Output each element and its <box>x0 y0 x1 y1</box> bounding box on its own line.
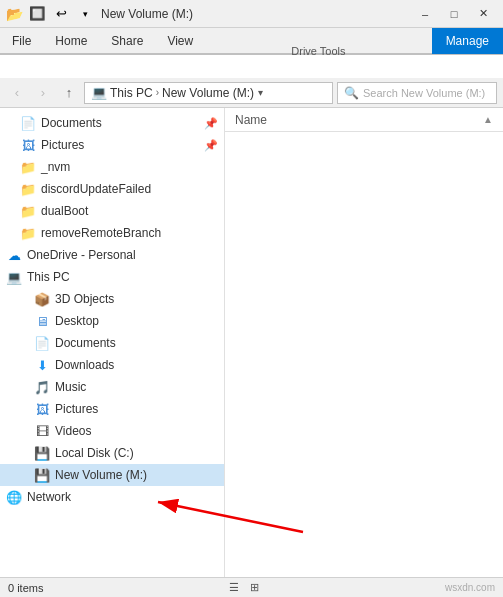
sidebar-item-desktop[interactable]: 🖥 Desktop <box>0 310 224 332</box>
3dobjects-icon: 📦 <box>34 291 50 307</box>
content-header: Name ▲ <box>225 108 503 132</box>
breadcrumb-thispc: This PC <box>110 86 153 100</box>
sidebar-item-music[interactable]: 🎵 Music <box>0 376 224 398</box>
sidebar-item-discord[interactable]: 📁 discordUpdateFailed <box>0 178 224 200</box>
thispc-icon: 💻 <box>6 269 22 285</box>
removebranch-icon: 📁 <box>20 225 36 241</box>
breadcrumb-separator: › <box>156 87 159 98</box>
pin-icon-2: 📌 <box>204 139 218 152</box>
videos-icon: 🎞 <box>34 423 50 439</box>
sidebar-label-onedrive: OneDrive - Personal <box>27 248 136 262</box>
sidebar-item-documents2[interactable]: 📄 Documents <box>0 332 224 354</box>
dualboot-icon: 📁 <box>20 203 36 219</box>
sidebar-label-network: Network <box>27 490 71 504</box>
column-name: Name <box>235 113 267 127</box>
sidebar: 📄 Documents 📌 🖼 Pictures 📌 📁 _nvm 📁 disc… <box>0 108 225 577</box>
pictures-pinned-icon: 🖼 <box>20 137 36 153</box>
window-title: New Volume (M:) <box>101 7 411 21</box>
documents2-icon: 📄 <box>34 335 50 351</box>
sidebar-label-nvm: _nvm <box>41 160 70 174</box>
qat-minimize[interactable]: 🔲 <box>27 4 47 24</box>
drive-tools-group-label: Drive Tools <box>291 45 345 57</box>
maximize-button[interactable]: □ <box>440 4 468 24</box>
sidebar-label-dualboot: dualBoot <box>41 204 88 218</box>
tab-view[interactable]: View <box>155 30 205 52</box>
music-icon: 🎵 <box>34 379 50 395</box>
close-button[interactable]: ✕ <box>469 4 497 24</box>
back-button[interactable]: ‹ <box>6 82 28 104</box>
pin-icon: 📌 <box>204 117 218 130</box>
onedrive-icon: ☁ <box>6 247 22 263</box>
sidebar-label-discord: discordUpdateFailed <box>41 182 151 196</box>
sidebar-label-documents2: Documents <box>55 336 116 350</box>
status-view-controls: ☰ ⊞ <box>226 580 262 596</box>
sidebar-label-pictures2: Pictures <box>55 402 98 416</box>
sidebar-item-localdisk[interactable]: 💾 Local Disk (C:) <box>0 442 224 464</box>
sidebar-item-pictures-pinned[interactable]: 🖼 Pictures 📌 <box>0 134 224 156</box>
sidebar-item-onedrive[interactable]: ☁ OneDrive - Personal <box>0 244 224 266</box>
sidebar-item-newvolume[interactable]: 💾 New Volume (M:) <box>0 464 224 486</box>
sidebar-label-desktop: Desktop <box>55 314 99 328</box>
ribbon-content <box>0 54 503 78</box>
qat-dropdown[interactable]: ▾ <box>75 4 95 24</box>
sidebar-item-documents-pinned[interactable]: 📄 Documents 📌 <box>0 112 224 134</box>
ribbon-tabs-row: File Home Share View Drive Tools Manage <box>0 28 503 54</box>
quick-access-toolbar: 🔲 ↩ ▾ <box>27 4 95 24</box>
sidebar-item-thispc[interactable]: 💻 This PC <box>0 266 224 288</box>
downloads-icon: ⬇ <box>34 357 50 373</box>
sidebar-item-downloads[interactable]: ⬇ Downloads <box>0 354 224 376</box>
newvolume-icon: 💾 <box>34 467 50 483</box>
sidebar-label-newvolume: New Volume (M:) <box>55 468 147 482</box>
up-button[interactable]: ↑ <box>58 82 80 104</box>
sidebar-item-dualboot[interactable]: 📁 dualBoot <box>0 200 224 222</box>
nvm-icon: 📁 <box>20 159 36 175</box>
breadcrumb-bar[interactable]: 💻 This PC › New Volume (M:) ▾ <box>84 82 333 104</box>
search-icon: 🔍 <box>344 86 359 100</box>
address-bar: ‹ › ↑ 💻 This PC › New Volume (M:) ▾ 🔍 Se… <box>0 78 503 108</box>
sidebar-label-pictures-pinned: Pictures <box>41 138 84 152</box>
title-bar: 📂 🔲 ↩ ▾ New Volume (M:) – □ ✕ <box>0 0 503 28</box>
search-placeholder: Search New Volume (M:) <box>363 87 485 99</box>
tab-share[interactable]: Share <box>99 30 155 52</box>
manage-tab[interactable]: Manage <box>432 28 503 54</box>
watermark: wsxdn.com <box>445 582 495 593</box>
items-count: 0 items <box>8 582 43 594</box>
sort-chevron-icon: ▲ <box>483 114 493 125</box>
minimize-button[interactable]: – <box>411 4 439 24</box>
desktop-icon: 🖥 <box>34 313 50 329</box>
forward-button[interactable]: › <box>32 82 54 104</box>
sidebar-label-music: Music <box>55 380 86 394</box>
tab-file[interactable]: File <box>0 30 43 52</box>
status-bar: 0 items ☰ ⊞ wsxdn.com <box>0 577 503 597</box>
sidebar-item-pictures2[interactable]: 🖼 Pictures <box>0 398 224 420</box>
sidebar-label-documents-pinned: Documents <box>41 116 102 130</box>
sidebar-item-3dobjects[interactable]: 📦 3D Objects <box>0 288 224 310</box>
sidebar-item-nvm[interactable]: 📁 _nvm <box>0 156 224 178</box>
sidebar-label-videos: Videos <box>55 424 91 438</box>
qat-undo[interactable]: ↩ <box>51 4 71 24</box>
breadcrumb-pc-icon: 💻 <box>91 85 107 100</box>
sidebar-label-downloads: Downloads <box>55 358 114 372</box>
breadcrumb-volume: New Volume (M:) <box>162 86 254 100</box>
breadcrumb-dropdown-icon[interactable]: ▾ <box>258 87 263 98</box>
sidebar-item-removebranch[interactable]: 📁 removeRemoteBranch <box>0 222 224 244</box>
main-area: 📄 Documents 📌 🖼 Pictures 📌 📁 _nvm 📁 disc… <box>0 108 503 577</box>
window-icon: 📂 <box>6 6 23 22</box>
discord-icon: 📁 <box>20 181 36 197</box>
title-bar-controls: – □ ✕ <box>411 4 497 24</box>
documents-pinned-icon: 📄 <box>20 115 36 131</box>
localdisk-icon: 💾 <box>34 445 50 461</box>
pictures2-icon: 🖼 <box>34 401 50 417</box>
content-area: Name ▲ <box>225 108 503 577</box>
sidebar-label-localdisk: Local Disk (C:) <box>55 446 134 460</box>
sidebar-label-3dobjects: 3D Objects <box>55 292 114 306</box>
list-view-icon[interactable]: ☰ <box>226 580 242 596</box>
search-bar[interactable]: 🔍 Search New Volume (M:) <box>337 82 497 104</box>
sidebar-item-videos[interactable]: 🎞 Videos <box>0 420 224 442</box>
sidebar-item-network[interactable]: 🌐 Network <box>0 486 224 508</box>
sidebar-label-thispc: This PC <box>27 270 70 284</box>
detail-view-icon[interactable]: ⊞ <box>246 580 262 596</box>
network-icon: 🌐 <box>6 489 22 505</box>
sidebar-label-removebranch: removeRemoteBranch <box>41 226 161 240</box>
tab-home[interactable]: Home <box>43 30 99 52</box>
